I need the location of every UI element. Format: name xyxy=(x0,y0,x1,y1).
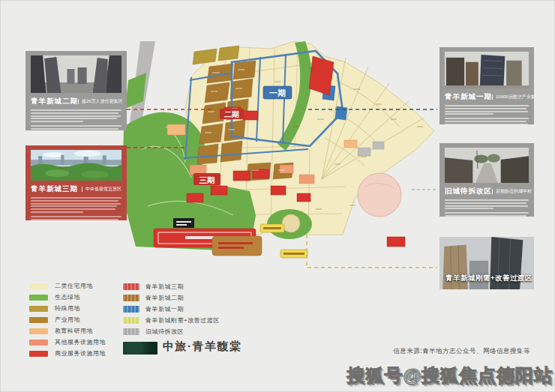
legend-row: 教育科研用地 xyxy=(29,325,106,337)
legend-label: 青羊新城刚需+改善过渡区 xyxy=(146,316,220,325)
card-phase3: 青羊新城三期 中央低密度宜居区 xyxy=(26,145,127,220)
card-oldtown-body xyxy=(445,199,529,209)
legend-swatch xyxy=(123,306,140,313)
project-logo-image xyxy=(123,342,158,355)
legend-swatch xyxy=(29,295,48,301)
card-phase1-body xyxy=(445,105,529,115)
legend-label: 青羊新城一期 xyxy=(146,305,184,313)
legend-swatch xyxy=(123,328,140,335)
legend-swatch xyxy=(29,328,48,334)
body-textline xyxy=(31,205,117,207)
legend-row: 二类住宅用地 xyxy=(29,280,106,292)
legend-label: 生态绿地 xyxy=(55,293,80,301)
legend-label: 特殊用地 xyxy=(55,304,80,313)
card-transition-caption: 青羊新城刚需+改善过渡区 xyxy=(446,274,531,283)
body-textline xyxy=(445,205,528,207)
body-textline xyxy=(31,203,121,205)
card-phase3-title: 青羊新城三期 xyxy=(31,184,78,194)
legend-swatch xyxy=(29,351,48,357)
legend-row: 青羊新城刚需+改善过渡区 xyxy=(123,315,220,326)
legend-label: 二类住宅用地 xyxy=(55,282,93,290)
legend-label: 产业用地 xyxy=(55,316,80,324)
card-oldtown-subtitle: 后期拆迁的城中村 xyxy=(492,189,532,195)
card-phase1-title: 青羊新城一期 xyxy=(445,92,492,102)
body-textline xyxy=(445,212,529,214)
sohu-watermark: 搜狐号@搜狐焦点德阳站 xyxy=(347,364,553,388)
photo-oldtown-street xyxy=(445,148,529,183)
body-textline xyxy=(31,219,118,220)
photo-phase2-street-canyon xyxy=(31,55,122,93)
phase2-label: 二期 xyxy=(224,110,239,118)
legend-row: 青羊新城三期 xyxy=(123,281,220,292)
body-textline xyxy=(31,216,122,217)
legend-swatch xyxy=(123,283,140,290)
body-textline xyxy=(445,108,526,109)
body-textline xyxy=(31,109,122,111)
body-textline xyxy=(31,197,122,199)
info-source-text: 信息来源:青羊地方志公众号、网络信息搜集等 xyxy=(393,347,530,356)
legend-row: 其他服务设施用地 xyxy=(29,337,106,348)
legend-row: 生态绿地 xyxy=(29,292,106,303)
card-phase3-body xyxy=(31,197,122,213)
photo-phase3-central-park xyxy=(31,150,122,181)
body-textline xyxy=(31,112,118,114)
legend-label: 青羊新城二期 xyxy=(146,294,184,302)
legend-swatch xyxy=(123,295,140,301)
body-textline xyxy=(445,202,526,204)
body-textline xyxy=(31,128,118,130)
card-phase2-body2 xyxy=(31,125,122,130)
legend-land-use: 二类住宅用地生态绿地特殊用地产业用地教育科研用地其他服务设施用地商业服务设施用地 xyxy=(29,280,106,359)
legend-label: 教育科研用地 xyxy=(55,327,93,335)
legend-row: 青羊新城一期 xyxy=(123,304,220,315)
legend-swatch xyxy=(29,317,48,323)
legend-label: 青羊新城三期 xyxy=(146,283,184,291)
body-textline xyxy=(31,211,83,213)
legend-row: 青羊新城二期 xyxy=(123,292,220,304)
body-textline xyxy=(445,199,529,201)
photo-phase1-towers xyxy=(445,52,529,88)
card-transition-zone: 青羊新城刚需+改善过渡区 xyxy=(440,237,534,289)
card-phase1-body2 xyxy=(445,118,529,124)
body-textline xyxy=(445,124,528,124)
legend-row: 产业用地 xyxy=(29,314,106,325)
legend-row: 特殊用地 xyxy=(29,303,106,314)
school-parcel xyxy=(212,236,262,256)
body-textline xyxy=(31,121,83,122)
master-plan-map: 一期 二期 三期 xyxy=(121,37,443,265)
body-textline xyxy=(445,121,526,122)
body-textline xyxy=(31,200,118,202)
legend-phases: 青羊新城三期青羊新城二期青羊新城一期青羊新城刚需+改善过渡区旧城待拆改区 xyxy=(123,281,220,337)
card-phase2-title: 青羊新城二期 xyxy=(31,97,78,106)
legend-row: 旧城待拆改区 xyxy=(123,326,220,337)
legend-swatch xyxy=(29,283,48,289)
phase1-label: 一期 xyxy=(269,88,286,97)
card-oldtown-body2 xyxy=(445,212,529,217)
body-textline xyxy=(445,111,528,112)
legend-label: 商业服务设施用地 xyxy=(55,349,106,358)
legend-swatch xyxy=(123,317,140,324)
card-phase1: 青羊新城一期 10000亩航空产业集群 xyxy=(440,47,534,124)
legend-row: 商业服务设施用地 xyxy=(29,348,106,359)
card-phase3-body2 xyxy=(31,216,122,220)
project-marker xyxy=(173,218,194,228)
body-textline xyxy=(445,118,529,119)
card-phase2-body xyxy=(31,109,122,122)
card-phase2: 青羊新城二期 超20万人居住密集区 xyxy=(26,51,127,130)
card-phase3-subtitle: 中央低密度宜居区 xyxy=(82,187,122,193)
legend-label: 其他服务设施用地 xyxy=(55,338,106,346)
legend-swatch xyxy=(29,340,48,346)
card-phase1-subtitle: 10000亩航空产业集群 xyxy=(492,94,534,100)
body-textline xyxy=(31,118,117,119)
card-phase2-subtitle: 超20万人居住密集区 xyxy=(78,99,123,105)
body-textline xyxy=(445,215,526,217)
legend-swatch xyxy=(29,306,48,312)
card-oldtown-title: 旧城待拆改区 xyxy=(445,187,492,196)
body-textline xyxy=(31,208,116,210)
body-textline xyxy=(31,125,122,127)
body-textline xyxy=(445,105,529,106)
body-textline xyxy=(445,113,494,115)
park-circle xyxy=(358,173,401,217)
body-textline xyxy=(31,115,121,117)
legend-label: 旧城待拆改区 xyxy=(146,328,184,336)
project-logo-text: 中旅·青羊馥棠 xyxy=(163,340,242,354)
